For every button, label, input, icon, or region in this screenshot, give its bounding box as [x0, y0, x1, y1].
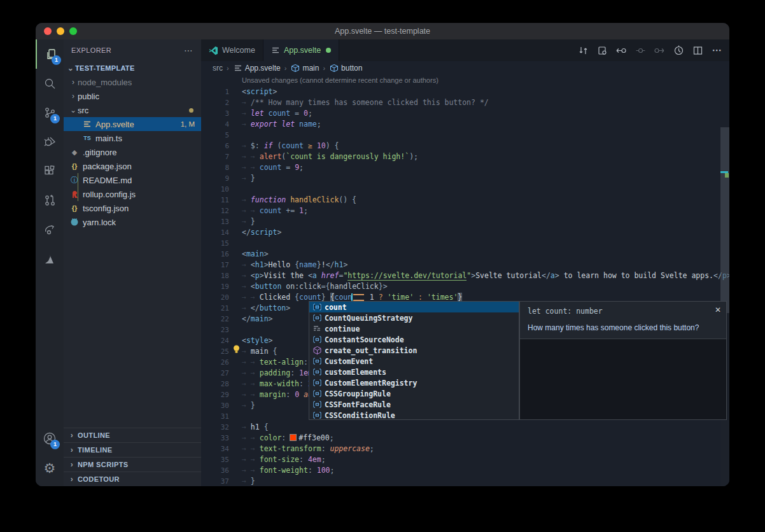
file-tree-item-src[interactable]: ⌄src [64, 103, 201, 117]
project-root-row[interactable]: ⌄ TEST-TEMPLATE [64, 61, 201, 75]
modified-dot-icon[interactable] [326, 48, 331, 53]
file-tree-item-yarn-lock[interactable]: yarn.lock [64, 215, 201, 229]
breadcrumb: src›App.svelte›main›button [201, 61, 729, 75]
code-line-34[interactable]: 34→ → text-transform: uppercase; [201, 444, 720, 454]
suggestion-constantsourcenode[interactable]: ConstantSourceNode [309, 334, 519, 345]
token: { [260, 423, 269, 431]
code-line-37[interactable]: 37→ } [201, 476, 720, 486]
token: script [251, 228, 277, 237]
editor-action-change-marker[interactable] [633, 43, 648, 58]
file-tree-item-tsconfig-json[interactable]: {}tsconfig.json [64, 201, 201, 215]
file-tree-item-package-json[interactable]: {}package.json [64, 159, 201, 173]
suggestion-create_out_transition[interactable]: create_out_transition [309, 345, 519, 356]
breadcrumb-item-app-svelte[interactable]: App.svelte [233, 64, 281, 73]
activity-bar-github-pr[interactable] [36, 186, 64, 215]
token: } [321, 293, 330, 302]
code-line-10[interactable]: 10 [201, 184, 720, 195]
suggestion-cssconditionrule[interactable]: CSSConditionRule [309, 410, 519, 421]
code-line-32[interactable]: 32→ h1 { [201, 422, 720, 433]
code-line-36[interactable]: 36→ → font-weight: 100; [201, 465, 720, 476]
activity-bar-search[interactable] [36, 69, 64, 98]
code-line-17[interactable]: 17→ <h1>Hello {name}!</h1> [201, 260, 720, 270]
breadcrumb-item-button[interactable]: button [329, 64, 362, 73]
activity-bar-run-debug[interactable] [36, 127, 64, 157]
code-line-12[interactable]: 12→ → count += 1; [201, 206, 720, 216]
code-line-14[interactable]: 14</script> [201, 227, 720, 238]
file-tree-item-main-ts[interactable]: TSmain.ts [64, 131, 201, 145]
code-line-16[interactable]: 16<main> [201, 249, 720, 260]
explorer-more-actions-icon[interactable]: ⋯ [184, 45, 193, 55]
activity-bar-extensions[interactable] [36, 157, 64, 186]
suggestion-cssfontfacerule[interactable]: CSSFontFaceRule [309, 399, 519, 410]
suggestion-customelementregistry[interactable]: CustomElementRegistry [309, 377, 519, 388]
file-tree-item-node-modules[interactable]: ›node_modules [64, 75, 201, 89]
scrollbar-slider[interactable] [720, 127, 729, 313]
code-line-8[interactable]: 8→ → count = 9; [201, 162, 720, 173]
code-line-33[interactable]: 33→ → color: #ff3e00; [201, 433, 720, 444]
codelens-blame-annotation[interactable]: Unsaved changes (cannot determine recent… [242, 76, 439, 84]
close-icon[interactable]: ✕ [715, 305, 721, 314]
editor-action-open-preview[interactable] [594, 43, 610, 58]
editor-action-file-history[interactable] [671, 43, 686, 58]
activity-bar-account[interactable]: 1 [36, 424, 64, 453]
suggestion-count[interactable]: count [309, 302, 519, 312]
suggestion-continue[interactable]: continue [309, 323, 519, 334]
token: 100 [317, 466, 330, 475]
token: → [251, 466, 260, 475]
git-file-icon: ◆ [69, 148, 80, 157]
code-line-4[interactable]: 4→ export let name; [201, 119, 720, 130]
activity-bar-azure[interactable] [36, 244, 64, 274]
suggestion-customevent[interactable]: CustomEvent [309, 356, 519, 367]
code-line-6[interactable]: 6→ $: if (count ≥ 10) { [201, 141, 720, 151]
code-line-2[interactable]: 2→ /** How many times has someone clicke… [201, 97, 720, 108]
code-line-15[interactable]: 15 [201, 238, 720, 249]
activity-bar-source-control[interactable]: 1 [36, 98, 64, 127]
tab-welcome[interactable]: Welcome [201, 39, 263, 61]
code-line-7[interactable]: 7→ → alert(`count is dangerously high!`)… [201, 151, 720, 162]
sidebar-section-npm-scripts[interactable]: ›NPM SCRIPTS [64, 457, 201, 472]
code-line-13[interactable]: 13→ } [201, 216, 720, 227]
editor-action-split-editor[interactable] [690, 43, 705, 58]
activity-bar-files[interactable]: 1 [36, 39, 65, 69]
suggestion-customelements[interactable]: customElements [309, 367, 519, 377]
sidebar-section-outline[interactable]: ›OUTLINE [64, 428, 201, 442]
suggestion-countqueuingstrategy[interactable]: CountQueuingStrategy [309, 312, 519, 323]
token: h1 [251, 423, 260, 431]
breadcrumb-item-src[interactable]: src [213, 64, 223, 73]
token: } [317, 260, 321, 269]
code-line-5[interactable]: 5 [201, 130, 720, 141]
file-tree-item-public[interactable]: ›public [64, 89, 201, 103]
suggestion-cssgroupingrule[interactable]: CSSGroupingRule [309, 388, 519, 399]
file-tree-item-readme-md[interactable]: ⓘREADME.md [64, 173, 201, 187]
sidebar-section-timeline[interactable]: ›TIMELINE [64, 442, 201, 457]
tab-app-svelte[interactable]: App.svelte [263, 39, 339, 62]
line-number: 28 [201, 379, 229, 389]
activity-bar-settings-gear[interactable]: ⚙ [36, 453, 64, 482]
sidebar-section-codetour[interactable]: ›CODETOUR [64, 472, 201, 486]
token: → [242, 379, 251, 388]
code-line-1[interactable]: 1<script> [201, 87, 720, 97]
code-line-35[interactable]: 35→ → font-size: 4em; [201, 454, 720, 465]
token: → [242, 477, 251, 486]
code-line-9[interactable]: 9→ } [201, 173, 720, 184]
line-number: 26 [201, 357, 229, 368]
token: += [281, 206, 299, 215]
editor-action-compare-changes[interactable] [575, 43, 591, 58]
file-tree-item-app-svelte[interactable]: App.svelte1, M [64, 117, 201, 131]
breadcrumb-item-main[interactable]: main [290, 64, 319, 73]
code-line-11[interactable]: 11→ function handleClick() { [201, 195, 720, 206]
code-editor[interactable]: Unsaved changes (cannot determine recent… [201, 75, 729, 486]
editor-action-previous-change[interactable] [614, 43, 629, 58]
code-line-19[interactable]: 19→ <button on:click={handleClick}> [201, 281, 720, 292]
file-tree-item-rollup-config-js[interactable]: rollup.config.js [64, 187, 201, 201]
code-line-18[interactable]: 18→ <p>Visit the <a href="https://svelte… [201, 270, 720, 281]
file-tree-item--gitignore[interactable]: ◆.gitignore [64, 145, 201, 159]
vscode-window: App.svelte — test-template 11 1⚙ EXPLORE… [36, 23, 729, 486]
symbol-variable-icon [311, 367, 323, 377]
token: margin [260, 390, 286, 399]
code-line-3[interactable]: 3→ let count = 0; [201, 108, 720, 119]
editor-action-next-change[interactable] [652, 43, 667, 58]
lightbulb-icon[interactable] [232, 344, 241, 354]
activity-bar-live-share[interactable] [36, 215, 64, 244]
editor-action-more-actions[interactable]: ⋯ [709, 43, 724, 58]
